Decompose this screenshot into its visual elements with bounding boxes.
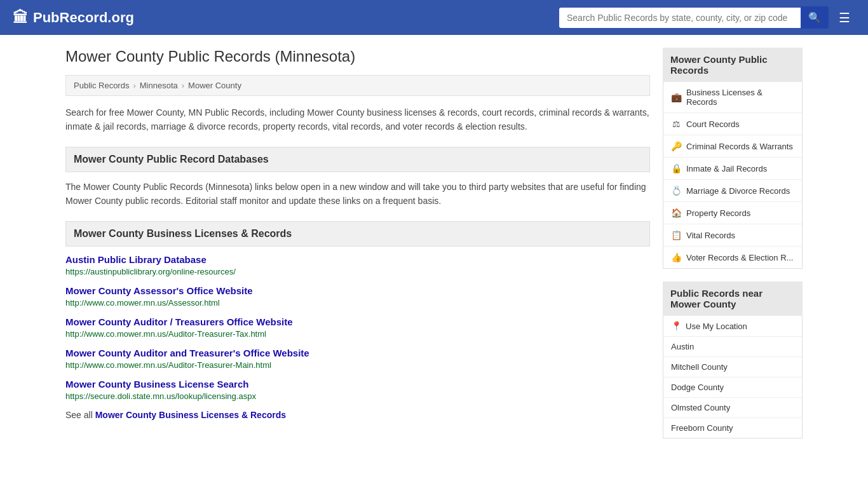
content-area: Mower County Public Records (Minnesota) … [65, 48, 650, 451]
record-url-3[interactable]: http://www.co.mower.mn.us/Auditor-Treasu… [65, 360, 271, 370]
nearby-list: 📍 Use My Location Austin Mitchell County [663, 316, 803, 438]
scales-icon: ⚖ [671, 119, 681, 129]
see-all-text: See all Mower County Business Licenses &… [65, 410, 650, 420]
search-icon: 🔍 [808, 12, 821, 23]
clipboard-icon: 📋 [671, 230, 681, 240]
menu-button[interactable]: ☰ [834, 8, 855, 28]
record-title-3[interactable]: Mower County Auditor and Treasurer's Off… [65, 348, 650, 358]
nearby-label-2: Mitchell County [671, 362, 728, 372]
sidebar-title-records: Mower County Public Records [663, 48, 803, 82]
lock-icon: 🔒 [671, 163, 681, 173]
sidebar-records-list: 💼 Business Licenses & Records ⚖ Court Re… [663, 82, 803, 269]
sidebar-label-2: Criminal Records & Warrants [686, 142, 793, 151]
record-title-2[interactable]: Mower County Auditor / Treasurers Office… [65, 316, 650, 327]
logo-icon: 🏛 [13, 9, 28, 27]
sidebar-item-criminal[interactable]: 🔑 Criminal Records & Warrants [663, 135, 802, 158]
site-header: 🏛 PubRecord.org 🔍 ☰ [0, 0, 868, 35]
sidebar-item-vital[interactable]: 📋 Vital Records [663, 224, 802, 247]
sidebar: Mower County Public Records 💼 Business L… [663, 48, 803, 451]
home-icon: 🏠 [671, 208, 681, 218]
sidebar-label-4: Marriage & Divorce Records [686, 186, 790, 196]
nearby-label-3: Dodge County [671, 383, 724, 392]
search-input[interactable] [559, 8, 801, 28]
use-location-label: Use My Location [686, 322, 747, 331]
nearby-item-dodge[interactable]: Dodge County [663, 377, 802, 398]
sidebar-section-records: Mower County Public Records 💼 Business L… [663, 48, 803, 269]
main-container: Mower County Public Records (Minnesota) … [53, 35, 815, 464]
section2-header: Mower County Business Licenses & Records [65, 221, 650, 247]
section1-header: Mower County Public Record Databases [65, 147, 650, 172]
nearby-item-location[interactable]: 📍 Use My Location [663, 316, 802, 337]
sidebar-label-3: Inmate & Jail Records [686, 164, 767, 173]
sidebar-label-0: Business Licenses & Records [686, 88, 794, 107]
briefcase-icon: 💼 [671, 92, 681, 102]
record-title-4[interactable]: Mower County Business License Search [65, 379, 650, 390]
breadcrumb-current: Mower County [188, 81, 241, 90]
records-list: Austin Public Library Database https://a… [65, 254, 650, 401]
nearby-label-4: Olmsted County [671, 403, 730, 412]
sidebar-item-property[interactable]: 🏠 Property Records [663, 202, 802, 224]
nearby-item-austin[interactable]: Austin [663, 337, 802, 357]
record-item: Mower County Assessor's Office Website h… [65, 285, 650, 308]
record-url-0[interactable]: https://austinpubliclibrary.org/online-r… [65, 267, 236, 276]
record-url-4[interactable]: https://secure.doli.state.mn.us/lookup/l… [65, 391, 256, 401]
sidebar-label-6: Vital Records [686, 231, 735, 240]
thumbsup-icon: 👍 [671, 252, 681, 262]
section1-text: The Mower County Public Records (Minneso… [65, 180, 650, 208]
menu-icon: ☰ [839, 11, 850, 25]
record-title-0[interactable]: Austin Public Library Database [65, 254, 650, 265]
search-button[interactable]: 🔍 [801, 6, 829, 29]
see-all-link[interactable]: Mower County Business Licenses & Records [95, 410, 286, 420]
intro-text: Search for free Mower County, MN Public … [65, 105, 650, 134]
nearby-item-mitchell[interactable]: Mitchell County [663, 357, 802, 377]
page-title: Mower County Public Records (Minnesota) [65, 48, 650, 65]
sidebar-item-business[interactable]: 💼 Business Licenses & Records [663, 82, 802, 113]
nearby-label-5: Freeborn County [671, 423, 733, 433]
sidebar-item-court[interactable]: ⚖ Court Records [663, 113, 802, 135]
sidebar-label-5: Property Records [686, 208, 750, 218]
record-item: Mower County Auditor / Treasurers Office… [65, 316, 650, 339]
sidebar-section-nearby: Public Records near Mower County 📍 Use M… [663, 281, 803, 438]
sidebar-item-marriage[interactable]: 💍 Marriage & Divorce Records [663, 180, 802, 202]
nearby-label-1: Austin [671, 342, 694, 351]
record-item: Austin Public Library Database https://a… [65, 254, 650, 276]
breadcrumb-link-minnesota[interactable]: Minnesota [140, 81, 178, 90]
breadcrumb-sep-2: › [182, 81, 184, 90]
logo-text: PubRecord.org [33, 10, 134, 26]
sidebar-item-inmate[interactable]: 🔒 Inmate & Jail Records [663, 158, 802, 180]
breadcrumb-sep-1: › [133, 81, 135, 90]
header-right: 🔍 ☰ [559, 6, 855, 29]
sidebar-item-voter[interactable]: 👍 Voter Records & Election R... [663, 247, 802, 268]
sidebar-label-1: Court Records [686, 119, 740, 129]
record-url-2[interactable]: http://www.co.mower.mn.us/Auditor-Treasu… [65, 329, 266, 339]
sidebar-label-7: Voter Records & Election R... [686, 253, 793, 262]
search-form: 🔍 [559, 6, 829, 29]
record-item: Mower County Business License Search htt… [65, 379, 650, 401]
nearby-item-olmsted[interactable]: Olmsted County [663, 398, 802, 418]
sidebar-title-nearby: Public Records near Mower County [663, 281, 803, 316]
location-icon: 📍 [671, 321, 682, 331]
nearby-item-freeborn[interactable]: Freeborn County [663, 418, 802, 438]
ring-icon: 💍 [671, 186, 681, 196]
record-title-1[interactable]: Mower County Assessor's Office Website [65, 285, 650, 296]
breadcrumb: Public Records › Minnesota › Mower Count… [65, 75, 650, 96]
breadcrumb-link-public-records[interactable]: Public Records [74, 81, 129, 90]
record-url-1[interactable]: http://www.co.mower.mn.us/Assessor.html [65, 298, 220, 308]
key-icon: 🔑 [671, 141, 681, 151]
record-item: Mower County Auditor and Treasurer's Off… [65, 348, 650, 370]
site-logo[interactable]: 🏛 PubRecord.org [13, 9, 134, 27]
